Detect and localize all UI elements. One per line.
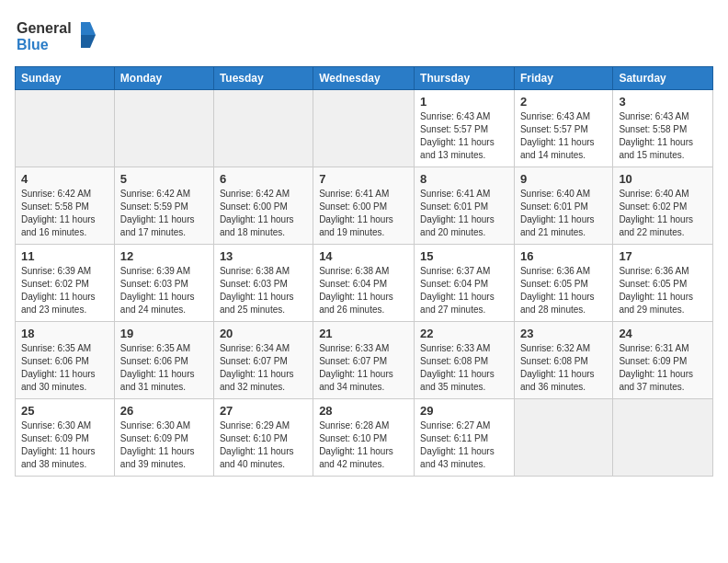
- calendar-cell: 9Sunrise: 6:40 AMSunset: 6:01 PMDaylight…: [514, 167, 612, 245]
- day-number: 1: [420, 95, 508, 109]
- calendar-cell: 8Sunrise: 6:41 AMSunset: 6:01 PMDaylight…: [415, 167, 515, 245]
- day-info: Sunrise: 6:37 AMSunset: 6:04 PMDaylight:…: [420, 265, 508, 316]
- calendar-week-4: 25Sunrise: 6:30 AMSunset: 6:09 PMDayligh…: [16, 399, 713, 477]
- calendar-cell: [313, 90, 415, 167]
- day-info: Sunrise: 6:30 AMSunset: 6:09 PMDaylight:…: [120, 419, 208, 471]
- calendar-cell: 2Sunrise: 6:43 AMSunset: 5:57 PMDaylight…: [514, 90, 612, 167]
- day-number: 25: [21, 404, 108, 418]
- calendar-week-3: 18Sunrise: 6:35 AMSunset: 6:06 PMDayligh…: [16, 322, 713, 399]
- calendar-cell: 6Sunrise: 6:42 AMSunset: 6:00 PMDaylight…: [213, 167, 313, 245]
- svg-text:Blue: Blue: [17, 37, 49, 52]
- calendar-cell: 15Sunrise: 6:37 AMSunset: 6:04 PMDayligh…: [415, 245, 515, 322]
- day-info: Sunrise: 6:43 AMSunset: 5:57 PMDaylight:…: [520, 110, 607, 162]
- day-number: 29: [420, 404, 508, 418]
- day-number: 4: [21, 172, 108, 186]
- calendar-header-friday: Friday: [514, 67, 612, 90]
- day-number: 10: [619, 172, 707, 186]
- calendar-cell: 14Sunrise: 6:38 AMSunset: 6:04 PMDayligh…: [313, 245, 415, 322]
- calendar-cell: 28Sunrise: 6:28 AMSunset: 6:10 PMDayligh…: [313, 399, 415, 477]
- day-number: 11: [21, 249, 108, 263]
- day-number: 8: [420, 172, 508, 186]
- calendar-cell: 13Sunrise: 6:38 AMSunset: 6:03 PMDayligh…: [213, 245, 313, 322]
- calendar-header-saturday: Saturday: [613, 67, 713, 90]
- header: General Blue: [15, 15, 713, 59]
- calendar-cell: 24Sunrise: 6:31 AMSunset: 6:09 PMDayligh…: [613, 322, 713, 399]
- calendar-cell: 16Sunrise: 6:36 AMSunset: 6:05 PMDayligh…: [514, 245, 612, 322]
- day-info: Sunrise: 6:32 AMSunset: 6:08 PMDaylight:…: [520, 342, 607, 394]
- calendar-header-row: SundayMondayTuesdayWednesdayThursdayFrid…: [16, 67, 713, 90]
- day-info: Sunrise: 6:41 AMSunset: 6:01 PMDaylight:…: [420, 188, 508, 239]
- day-info: Sunrise: 6:38 AMSunset: 6:04 PMDaylight:…: [319, 265, 408, 316]
- calendar-header-sunday: Sunday: [16, 67, 115, 90]
- calendar-cell: 1Sunrise: 6:43 AMSunset: 5:57 PMDaylight…: [415, 90, 515, 167]
- day-info: Sunrise: 6:28 AMSunset: 6:10 PMDaylight:…: [319, 419, 408, 471]
- day-info: Sunrise: 6:40 AMSunset: 6:01 PMDaylight:…: [520, 188, 607, 239]
- logo-svg: General Blue: [15, 15, 97, 55]
- day-info: Sunrise: 6:40 AMSunset: 6:02 PMDaylight:…: [619, 188, 707, 239]
- day-info: Sunrise: 6:42 AMSunset: 5:59 PMDaylight:…: [120, 188, 208, 239]
- calendar-cell: 26Sunrise: 6:30 AMSunset: 6:09 PMDayligh…: [114, 399, 213, 477]
- day-number: 12: [120, 249, 208, 263]
- day-info: Sunrise: 6:31 AMSunset: 6:09 PMDaylight:…: [619, 342, 707, 394]
- calendar-cell: 5Sunrise: 6:42 AMSunset: 5:59 PMDaylight…: [114, 167, 213, 245]
- calendar-header-monday: Monday: [114, 67, 213, 90]
- day-info: Sunrise: 6:33 AMSunset: 6:07 PMDaylight:…: [319, 342, 408, 394]
- calendar-cell: 17Sunrise: 6:36 AMSunset: 6:05 PMDayligh…: [613, 245, 713, 322]
- calendar-week-1: 4Sunrise: 6:42 AMSunset: 5:58 PMDaylight…: [16, 167, 713, 245]
- calendar-cell: 3Sunrise: 6:43 AMSunset: 5:58 PMDaylight…: [613, 90, 713, 167]
- logo: General Blue: [15, 15, 97, 59]
- calendar-header-wednesday: Wednesday: [313, 67, 415, 90]
- calendar-cell: 27Sunrise: 6:29 AMSunset: 6:10 PMDayligh…: [213, 399, 313, 477]
- day-number: 27: [220, 404, 307, 418]
- calendar-table: SundayMondayTuesdayWednesdayThursdayFrid…: [15, 66, 713, 477]
- day-number: 9: [520, 172, 607, 186]
- calendar-cell: [213, 90, 313, 167]
- calendar-cell: 22Sunrise: 6:33 AMSunset: 6:08 PMDayligh…: [415, 322, 515, 399]
- calendar-cell: 19Sunrise: 6:35 AMSunset: 6:06 PMDayligh…: [114, 322, 213, 399]
- calendar-cell: [114, 90, 213, 167]
- day-number: 14: [319, 249, 408, 263]
- calendar-cell: [514, 399, 612, 477]
- calendar-cell: 11Sunrise: 6:39 AMSunset: 6:02 PMDayligh…: [16, 245, 115, 322]
- calendar-cell: [16, 90, 115, 167]
- day-number: 3: [619, 95, 707, 109]
- day-info: Sunrise: 6:42 AMSunset: 6:00 PMDaylight:…: [220, 188, 307, 239]
- day-info: Sunrise: 6:41 AMSunset: 6:00 PMDaylight:…: [319, 188, 408, 239]
- day-number: 19: [120, 327, 208, 340]
- day-info: Sunrise: 6:35 AMSunset: 6:06 PMDaylight:…: [120, 342, 208, 394]
- day-info: Sunrise: 6:34 AMSunset: 6:07 PMDaylight:…: [220, 342, 307, 394]
- calendar-cell: [613, 399, 713, 477]
- day-info: Sunrise: 6:29 AMSunset: 6:10 PMDaylight:…: [220, 419, 307, 471]
- calendar-cell: 23Sunrise: 6:32 AMSunset: 6:08 PMDayligh…: [514, 322, 612, 399]
- day-info: Sunrise: 6:43 AMSunset: 5:58 PMDaylight:…: [619, 110, 707, 162]
- calendar-header-tuesday: Tuesday: [213, 67, 313, 90]
- day-info: Sunrise: 6:33 AMSunset: 6:08 PMDaylight:…: [420, 342, 508, 394]
- day-number: 20: [220, 327, 307, 340]
- svg-marker-3: [81, 35, 96, 48]
- calendar-cell: 20Sunrise: 6:34 AMSunset: 6:07 PMDayligh…: [213, 322, 313, 399]
- calendar-cell: 18Sunrise: 6:35 AMSunset: 6:06 PMDayligh…: [16, 322, 115, 399]
- day-number: 26: [120, 404, 208, 418]
- day-number: 21: [319, 327, 408, 340]
- day-info: Sunrise: 6:39 AMSunset: 6:03 PMDaylight:…: [120, 265, 208, 316]
- day-info: Sunrise: 6:36 AMSunset: 6:05 PMDaylight:…: [619, 265, 707, 316]
- day-info: Sunrise: 6:42 AMSunset: 5:58 PMDaylight:…: [21, 188, 108, 239]
- day-number: 22: [420, 327, 508, 340]
- day-number: 13: [220, 249, 307, 263]
- calendar-week-2: 11Sunrise: 6:39 AMSunset: 6:02 PMDayligh…: [16, 245, 713, 322]
- calendar-cell: 21Sunrise: 6:33 AMSunset: 6:07 PMDayligh…: [313, 322, 415, 399]
- svg-marker-2: [81, 22, 96, 35]
- calendar-week-0: 1Sunrise: 6:43 AMSunset: 5:57 PMDaylight…: [16, 90, 713, 167]
- day-number: 16: [520, 249, 607, 263]
- calendar-cell: 7Sunrise: 6:41 AMSunset: 6:00 PMDaylight…: [313, 167, 415, 245]
- calendar-body: 1Sunrise: 6:43 AMSunset: 5:57 PMDaylight…: [16, 90, 713, 477]
- calendar-cell: 25Sunrise: 6:30 AMSunset: 6:09 PMDayligh…: [16, 399, 115, 477]
- day-number: 5: [120, 172, 208, 186]
- day-number: 28: [319, 404, 408, 418]
- calendar-cell: 12Sunrise: 6:39 AMSunset: 6:03 PMDayligh…: [114, 245, 213, 322]
- day-number: 2: [520, 95, 607, 109]
- day-info: Sunrise: 6:30 AMSunset: 6:09 PMDaylight:…: [21, 419, 108, 471]
- day-info: Sunrise: 6:35 AMSunset: 6:06 PMDaylight:…: [21, 342, 108, 394]
- day-number: 7: [319, 172, 408, 186]
- day-info: Sunrise: 6:43 AMSunset: 5:57 PMDaylight:…: [420, 110, 508, 162]
